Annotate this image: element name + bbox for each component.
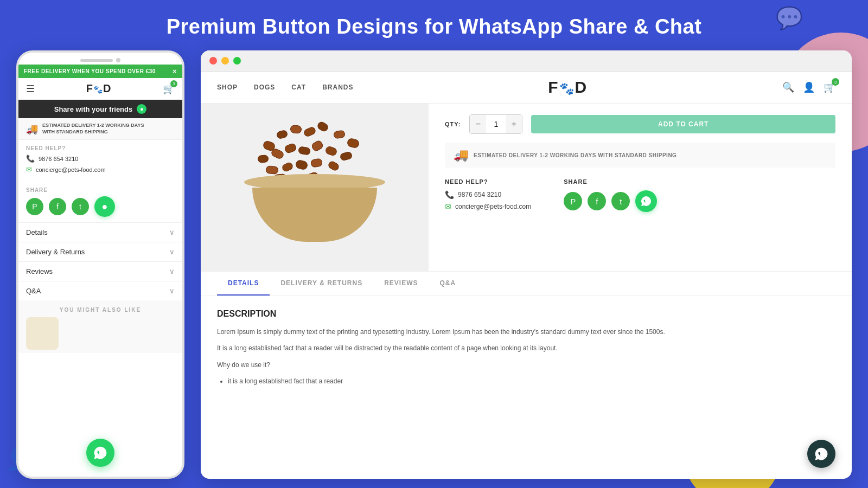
description-list-item-1: it is a long established fact that a rea… [228, 376, 835, 387]
qty-decrease-button[interactable]: − [470, 115, 486, 133]
desktop-product-area: QTY: − + ADD TO CART 🚚 ESTIMATED DELIVER… [201, 104, 852, 272]
phone-whatsapp-icon[interactable]: ● [94, 196, 115, 217]
you-might-title: YOU MIGHT ALSO LIKE [26, 307, 175, 313]
desktop-mockup: SHOP DOGS CAT BRANDS F🐾D 🔍 👤 🛒 3 [201, 50, 852, 479]
accordion-reviews[interactable]: Reviews ∨ [18, 261, 182, 281]
desktop-email-row: ✉ concierge@pets-food.com [445, 202, 531, 211]
desktop-pinterest-icon[interactable]: P [564, 192, 582, 210]
phone-cart[interactable]: 🛒 3 [163, 83, 175, 95]
desktop-help-share: NEED HELP? 📞 9876 654 3210 ✉ concierge@p… [445, 178, 835, 214]
nav-link-brands[interactable]: BRANDS [322, 84, 353, 91]
phone-email-icon: ✉ [26, 165, 32, 174]
desktop-whatsapp-icon[interactable] [635, 190, 657, 212]
phone-notch [18, 53, 182, 65]
phone-delivery-truck-icon: 🚚 [26, 123, 38, 135]
phone-share-section: SHARE P f t ● [18, 182, 182, 222]
desktop-description: DESCRIPTION Lorem Ipsum is simply dummy … [201, 296, 852, 479]
bg-chat-icon: 💬 [776, 5, 803, 31]
phone-cart-badge: 3 [170, 80, 177, 87]
desktop-delivery-truck-icon: 🚚 [454, 148, 468, 162]
phone-facebook-icon[interactable]: f [49, 198, 66, 215]
desktop-delivery-text: ESTIMATED DELIVERY 1-2 WORKING DAYS WITH… [474, 152, 676, 158]
desktop-cart-badge: 3 [832, 78, 839, 86]
qty-control: − + [469, 114, 522, 134]
desktop-phone-number: 9876 654 3210 [458, 191, 501, 198]
phone-pinterest-icon[interactable]: P [26, 198, 43, 215]
desktop-nav-icons: 🔍 👤 🛒 3 [782, 81, 835, 93]
desktop-nav-links: SHOP DOGS CAT BRANDS [217, 84, 353, 91]
browser-dot-yellow[interactable] [221, 57, 229, 65]
phone-need-help-title: NEED HELP? [26, 145, 175, 151]
product-thumbnail [26, 317, 59, 350]
phone-share-title: SHARE [26, 187, 175, 193]
product-image-area [201, 104, 429, 271]
desktop-email-icon: ✉ [445, 202, 451, 211]
accordion-details-label: Details [26, 228, 48, 236]
product-bowl [244, 133, 385, 242]
phone-whatsapp-share-icon: ● [137, 104, 146, 114]
desktop-search-icon[interactable]: 🔍 [782, 81, 794, 93]
phone-share-label: Share with your friends [54, 105, 132, 113]
phone-phone-row: 📞 9876 654 3210 [26, 155, 175, 163]
phone-logo: F🐾D [86, 82, 112, 95]
desktop-user-icon[interactable]: 👤 [803, 81, 815, 93]
desktop-need-help-label: NEED HELP? [445, 178, 531, 185]
nav-link-cat[interactable]: CAT [291, 84, 306, 91]
phone-notch-bar [80, 59, 113, 62]
phone-mockup: FREE DELIVERY WHEN YOU SPEND OVER £30 × … [16, 50, 184, 479]
tab-delivery-returns[interactable]: DELIVERY & RETURNS [270, 272, 373, 296]
desktop-help-section: NEED HELP? 📞 9876 654 3210 ✉ concierge@p… [445, 178, 531, 214]
accordion-qa-label: Q&A [26, 287, 41, 295]
accordion-details-chevron: ∨ [169, 228, 175, 236]
accordion-delivery-chevron: ∨ [169, 248, 175, 256]
desktop-share-icons: P f t [564, 190, 657, 212]
desktop-nav: SHOP DOGS CAT BRANDS F🐾D 🔍 👤 🛒 3 [201, 72, 852, 104]
desktop-facebook-icon[interactable]: f [588, 192, 606, 210]
desktop-email-address: concierge@pets-food.com [455, 203, 531, 210]
bowl-base [252, 188, 377, 242]
browser-dot-green[interactable] [233, 57, 241, 65]
qty-row: QTY: − + ADD TO CART [445, 114, 835, 134]
phone-delivery-text: ESTIMATED DELIVERY 1-2 WORKING DAYS WITH… [42, 123, 144, 135]
desktop-share-section: SHARE P f t [564, 178, 657, 214]
desktop-cart-icon[interactable]: 🛒 3 [824, 81, 835, 93]
qty-increase-button[interactable]: + [506, 115, 522, 133]
accordion-reviews-label: Reviews [26, 267, 53, 275]
desktop-delivery-row: 🚚 ESTIMATED DELIVERY 1-2 WORKING DAYS WI… [445, 143, 835, 168]
phone-banner-close[interactable]: × [173, 67, 177, 75]
desktop-logo: F🐾D [548, 78, 588, 97]
tab-details[interactable]: DETAILS [217, 272, 270, 296]
phone-share-button[interactable]: Share with your friends ● [18, 100, 182, 118]
desktop-tabs: DETAILS DELIVERY & RETURNS REVIEWS Q&A [201, 272, 852, 296]
desktop-twitter-icon[interactable]: t [611, 192, 630, 210]
accordion-qa[interactable]: Q&A ∨ [18, 281, 182, 300]
nav-link-shop[interactable]: SHOP [217, 84, 238, 91]
phone-hamburger-icon[interactable]: ☰ [26, 83, 35, 95]
phone-phone-number: 9876 654 3210 [39, 156, 78, 162]
phone-twitter-icon[interactable]: t [72, 198, 89, 215]
qty-label: QTY: [445, 121, 461, 127]
qty-input[interactable] [486, 117, 506, 132]
add-to-cart-button[interactable]: ADD TO CART [531, 115, 835, 133]
accordion-details[interactable]: Details ∨ [18, 222, 182, 242]
desktop-floating-whatsapp-button[interactable] [807, 440, 835, 468]
phone-floating-whatsapp-button[interactable] [86, 439, 114, 467]
browser-bar [201, 50, 852, 72]
desktop-phone-icon: 📞 [445, 190, 454, 199]
phone-banner-text: FREE DELIVERY WHEN YOU SPEND OVER £30 [24, 68, 156, 74]
description-para-3: Why do we use it? [217, 359, 835, 370]
phone-nav: ☰ F🐾D 🛒 3 [18, 78, 182, 100]
nav-link-dogs[interactable]: DOGS [254, 84, 275, 91]
accordion-reviews-chevron: ∨ [169, 267, 175, 275]
you-might-section: YOU MIGHT ALSO LIKE [18, 300, 182, 353]
accordion-delivery-returns[interactable]: Delivery & Returns ∨ [18, 242, 182, 261]
tab-reviews[interactable]: REVIEWS [373, 272, 429, 296]
phone-notch-dot [116, 58, 120, 62]
description-para-2: It is a long established fact that a rea… [217, 343, 835, 354]
phone-delivery-bar: 🚚 ESTIMATED DELIVERY 1-2 WORKING DAYS WI… [18, 118, 182, 140]
browser-dot-red[interactable] [209, 57, 217, 65]
main-content: FREE DELIVERY WHEN YOU SPEND OVER £30 × … [0, 50, 868, 479]
tab-qa[interactable]: Q&A [429, 272, 467, 296]
description-para-1: Lorem Ipsum is simply dummy text of the … [217, 326, 835, 337]
phone-email-row: ✉ concierge@pets-food.com [26, 165, 175, 174]
